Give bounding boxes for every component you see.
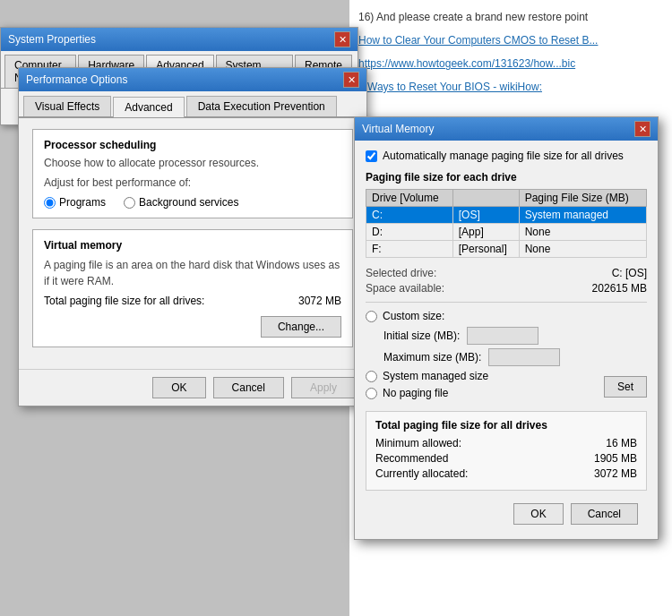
size-f: None: [519, 241, 646, 258]
max-size-label: Maximum size (MB):: [383, 351, 481, 364]
max-size-input[interactable]: [488, 348, 560, 366]
bg-text1: 16) And please create a brand new restor…: [358, 9, 663, 25]
drive-header: Drive [Volume: [366, 190, 453, 207]
perf-cancel-button[interactable]: Cancel: [213, 377, 284, 398]
perf-ok-button[interactable]: OK: [152, 377, 205, 398]
drive-c: C:: [366, 207, 453, 224]
custom-size-radio[interactable]: [366, 311, 377, 322]
drive-row-d[interactable]: D: [App] None: [366, 224, 647, 241]
selected-drive-row: Selected drive: C: [OS]: [366, 267, 647, 279]
bg-link2[interactable]: 3 Ways to Reset Your BIOS - wikiHow:: [358, 81, 542, 93]
auto-manage-checkbox[interactable]: [366, 150, 377, 162]
drive-f: F:: [366, 241, 453, 258]
space-available-value: 202615 MB: [592, 282, 647, 295]
min-allowed-value: 16 MB: [606, 437, 637, 449]
perf-tab-visual-effects[interactable]: Visual Effects: [23, 96, 111, 116]
vm-total-label: Total paging file size for all drives:: [44, 295, 289, 307]
max-size-row: Maximum size (MB):: [366, 348, 647, 366]
sys-props-titlebar: System Properties ✕: [1, 28, 358, 51]
vm-close-button[interactable]: ✕: [634, 121, 650, 137]
space-available-label: Space available:: [366, 282, 444, 295]
sys-props-close-button[interactable]: ✕: [334, 31, 350, 47]
vm-total-section: Total paging file size for all drives Mi…: [366, 411, 647, 491]
vm-title: Virtual Memory: [362, 123, 434, 135]
system-managed-label: System managed size: [383, 370, 488, 382]
vm-total-row: Total paging file size for all drives: 3…: [44, 295, 341, 307]
perf-titlebar: Performance Options ✕: [19, 68, 366, 91]
virtual-memory-title: Virtual memory: [44, 239, 341, 252]
perf-tabs: Visual Effects Advanced Data Execution P…: [19, 91, 366, 118]
drive-row-f[interactable]: F: [Personal] None: [366, 241, 647, 258]
vm-body: Automatically manage paging file size fo…: [355, 141, 658, 539]
volume-d: [App]: [452, 224, 519, 241]
auto-manage-label: Automatically manage paging file size fo…: [383, 150, 624, 162]
recommended-label: Recommended: [375, 452, 448, 465]
currently-allocated-label: Currently allocated:: [375, 467, 468, 480]
virtual-memory-section: Virtual memory A paging file is an area …: [32, 229, 353, 347]
selected-drive-value: C: [OS]: [612, 267, 647, 279]
no-paging-radio[interactable]: [366, 388, 377, 399]
perf-body: Processor scheduling Choose how to alloc…: [19, 118, 366, 369]
processor-scheduling-desc: Choose how to allocate processor resourc…: [44, 157, 341, 169]
custom-size-row: Custom size:: [366, 310, 647, 322]
perf-apply-button[interactable]: Apply: [291, 377, 356, 398]
space-available-row: Space available: 202615 MB: [366, 282, 647, 295]
radio-programs-label: Programs: [59, 196, 106, 209]
size-c: System managed: [519, 207, 646, 224]
set-button[interactable]: Set: [604, 376, 647, 398]
bg-url1[interactable]: https://www.howtogeek.com/131623/how...b…: [358, 57, 575, 70]
vm-divider1: [366, 302, 647, 303]
selected-drive-label: Selected drive:: [366, 267, 436, 279]
radio-programs-input[interactable]: [44, 197, 56, 209]
processor-scheduling-title: Processor scheduling: [44, 139, 341, 151]
recommended-value: 1905 MB: [594, 452, 637, 465]
system-managed-row: System managed size: [366, 370, 488, 382]
size-d: None: [519, 224, 646, 241]
volume-header: [452, 190, 519, 207]
vm-total-value: 3072 MB: [298, 295, 341, 307]
performance-options-window: Performance Options ✕ Visual Effects Adv…: [18, 67, 367, 406]
paging-section-title: Paging file size for each drive: [366, 171, 647, 184]
system-managed-radio[interactable]: [366, 371, 377, 382]
initial-size-input[interactable]: [467, 327, 538, 345]
radio-programs[interactable]: Programs: [44, 196, 106, 209]
radio-background-label: Background services: [139, 196, 238, 209]
adjust-label: Adjust for best performance of:: [44, 176, 341, 189]
initial-size-row: Initial size (MB):: [366, 327, 647, 345]
custom-size-label: Custom size:: [383, 310, 444, 322]
radio-background[interactable]: Background services: [124, 196, 238, 209]
drive-d: D:: [366, 224, 453, 241]
virtual-memory-desc: A paging file is an area on the hard dis…: [44, 257, 341, 289]
vm-ok-button[interactable]: OK: [513, 503, 563, 525]
perf-title: Performance Options: [26, 73, 127, 86]
currently-allocated-value: 3072 MB: [594, 467, 637, 480]
sys-props-title: System Properties: [8, 33, 96, 46]
no-paging-row: No paging file: [366, 387, 488, 399]
vm-total-section-title: Total paging file size for all drives: [375, 419, 637, 432]
vm-footer: OK Cancel: [366, 498, 647, 530]
no-paging-label: No paging file: [383, 387, 448, 399]
vm-cancel-button[interactable]: Cancel: [571, 503, 638, 525]
vm-titlebar: Virtual Memory ✕: [355, 117, 658, 141]
perf-close-button[interactable]: ✕: [343, 72, 359, 88]
initial-size-label: Initial size (MB):: [383, 329, 460, 342]
radio-group: Programs Background services: [44, 196, 341, 209]
change-button[interactable]: Change...: [261, 316, 341, 338]
perf-footer: OK Cancel Apply: [19, 369, 366, 406]
volume-c: [OS]: [452, 207, 519, 224]
drive-table: Drive [Volume Paging File Size (MB) C: […: [366, 189, 647, 258]
perf-tab-dep[interactable]: Data Execution Prevention: [186, 96, 337, 116]
perf-tab-advanced[interactable]: Advanced: [113, 97, 184, 117]
drive-row-c[interactable]: C: [OS] System managed: [366, 207, 647, 224]
min-allowed-label: Minimum allowed:: [375, 437, 461, 449]
processor-scheduling-section: Processor scheduling Choose how to alloc…: [32, 129, 353, 218]
virtual-memory-window: Virtual Memory ✕ Automatically manage pa…: [354, 116, 659, 540]
min-allowed-row: Minimum allowed: 16 MB: [375, 437, 637, 449]
recommended-row: Recommended 1905 MB: [375, 452, 637, 465]
bg-link1[interactable]: How to Clear Your Computers CMOS to Rese…: [358, 34, 598, 47]
radio-background-input[interactable]: [124, 197, 135, 209]
size-header: Paging File Size (MB): [519, 190, 646, 207]
volume-f: [Personal]: [452, 241, 519, 258]
currently-allocated-row: Currently allocated: 3072 MB: [375, 467, 637, 480]
auto-manage-row: Automatically manage paging file size fo…: [366, 150, 647, 162]
